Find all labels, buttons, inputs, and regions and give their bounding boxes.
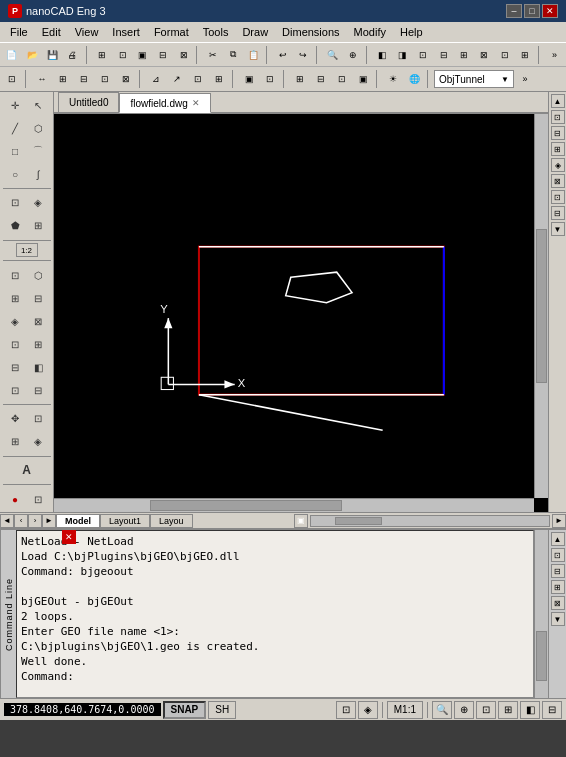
tb2-btn-6[interactable]: ⊠ xyxy=(116,69,136,89)
lt-btn-20[interactable]: ⊞ xyxy=(27,333,49,355)
tb-btn-7[interactable]: ▣ xyxy=(133,45,152,65)
status-icon-1[interactable]: ⊡ xyxy=(336,701,356,719)
scroll-right-btn[interactable]: ► xyxy=(42,514,56,528)
tb-btn-22[interactable]: ⊠ xyxy=(475,45,494,65)
tb-btn-24[interactable]: ⊞ xyxy=(515,45,534,65)
tb2-btn-11[interactable]: ▣ xyxy=(239,69,259,89)
lt-btn-14[interactable]: ⬡ xyxy=(27,264,49,286)
tb-btn-20[interactable]: ⊟ xyxy=(434,45,453,65)
layout1-tab[interactable]: Layout1 xyxy=(100,514,150,528)
rmb-btn-2[interactable]: ⊡ xyxy=(551,110,565,124)
cmd-rmb-1[interactable]: ▲ xyxy=(551,532,565,546)
lt-btn-15[interactable]: ⊞ xyxy=(4,287,26,309)
status-icon-5[interactable]: ◧ xyxy=(520,701,540,719)
menu-dimensions[interactable]: Dimensions xyxy=(276,24,345,40)
lt-btn-12[interactable]: ⊞ xyxy=(27,215,49,237)
paste-button[interactable]: 📋 xyxy=(244,45,263,65)
h-scroll-thumb-2[interactable] xyxy=(335,517,383,525)
tb2-btn-4[interactable]: ⊟ xyxy=(74,69,94,89)
menu-tools[interactable]: Tools xyxy=(197,24,235,40)
lt-btn-9[interactable]: ⊡ xyxy=(4,192,26,214)
lt-btn-24[interactable]: ⊟ xyxy=(27,379,49,401)
command-close-btn[interactable]: ✕ xyxy=(62,530,76,544)
maximize-button[interactable]: □ xyxy=(524,4,540,18)
cmd-scroll-thumb[interactable] xyxy=(536,631,547,681)
save-button[interactable]: 💾 xyxy=(43,45,62,65)
tb-btn-8[interactable]: ⊟ xyxy=(154,45,173,65)
cut-button[interactable]: ✂ xyxy=(203,45,222,65)
canvas-scrollbar-h[interactable] xyxy=(54,498,534,512)
menu-help[interactable]: Help xyxy=(394,24,429,40)
model-tab[interactable]: Model xyxy=(56,514,100,528)
lt-btn-16[interactable]: ⊟ xyxy=(27,287,49,309)
menu-format[interactable]: Format xyxy=(148,24,195,40)
lt-btn-13[interactable]: ⊡ xyxy=(4,264,26,286)
lt-btn-31[interactable]: ⊡ xyxy=(27,488,49,510)
tb2-btn-5[interactable]: ⊡ xyxy=(95,69,115,89)
lt-btn-26[interactable]: ⊡ xyxy=(27,408,49,430)
menu-insert[interactable]: Insert xyxy=(106,24,146,40)
tb2-btn-3[interactable]: ⊞ xyxy=(53,69,73,89)
menu-modify[interactable]: Modify xyxy=(348,24,392,40)
v-scroll-thumb[interactable] xyxy=(536,229,547,383)
tb-btn-5[interactable]: ⊞ xyxy=(92,45,111,65)
zoom-in-icon[interactable]: ⊕ xyxy=(454,701,474,719)
tab-flowfield[interactable]: flowfield.dwg ✕ xyxy=(119,93,210,113)
tb2-btn-7[interactable]: ⊿ xyxy=(146,69,166,89)
text-icon[interactable]: A xyxy=(16,459,38,481)
tb-btn-9[interactable]: ⊠ xyxy=(174,45,193,65)
tb-btn-17[interactable]: ◧ xyxy=(373,45,392,65)
command-scrollbar[interactable] xyxy=(534,530,548,698)
cmd-rmb-4[interactable]: ⊞ xyxy=(551,580,565,594)
draw-circle-icon[interactable]: ○ xyxy=(4,163,26,185)
tb-btn-18[interactable]: ◨ xyxy=(393,45,412,65)
tb-btn-15[interactable]: 🔍 xyxy=(323,45,342,65)
tb-btn-13[interactable]: ↩ xyxy=(273,45,292,65)
tb-btn-23[interactable]: ⊡ xyxy=(495,45,514,65)
tb2-btn-2[interactable]: ↔ xyxy=(32,69,52,89)
scroll-next-btn[interactable]: › xyxy=(28,514,42,528)
rmb-btn-3[interactable]: ⊟ xyxy=(551,126,565,140)
rmb-btn-4[interactable]: ⊞ xyxy=(551,142,565,156)
rmb-btn-6[interactable]: ⊠ xyxy=(551,174,565,188)
canvas-scrollbar-v[interactable] xyxy=(534,114,548,498)
cmd-rmb-6[interactable]: ▼ xyxy=(551,612,565,626)
tb2-btn-end[interactable]: » xyxy=(515,69,535,89)
zoom-out-icon[interactable]: 🔍 xyxy=(432,701,452,719)
menu-view[interactable]: View xyxy=(69,24,105,40)
lt-btn-17[interactable]: ◈ xyxy=(4,310,26,332)
scroll-left-btn[interactable]: ◄ xyxy=(0,514,14,528)
tab-untitled[interactable]: Untitled0 xyxy=(58,92,119,112)
lt-btn-10[interactable]: ◈ xyxy=(27,192,49,214)
tb2-btn-9[interactable]: ⊡ xyxy=(188,69,208,89)
cmd-rmb-5[interactable]: ⊠ xyxy=(551,596,565,610)
tb2-btn-18[interactable]: 🌐 xyxy=(404,69,424,89)
lt-btn-21[interactable]: ⊟ xyxy=(4,356,26,378)
tb2-btn-1[interactable]: ⊡ xyxy=(2,69,22,89)
lt-btn-11[interactable]: ⬟ xyxy=(4,215,26,237)
layer-dropdown[interactable]: ObjTunnel ▼ xyxy=(434,70,514,88)
tb-btn-19[interactable]: ⊡ xyxy=(413,45,432,65)
lt-btn-19[interactable]: ⊡ xyxy=(4,333,26,355)
lt-btn-28[interactable]: ◈ xyxy=(27,431,49,453)
menu-file[interactable]: File xyxy=(4,24,34,40)
layout2-tab[interactable]: Layou xyxy=(150,514,193,528)
tab-end-btn[interactable]: ▣ xyxy=(294,514,308,528)
draw-arc-icon[interactable]: ⌒ xyxy=(27,140,49,162)
tb2-btn-13[interactable]: ⊞ xyxy=(290,69,310,89)
draw-poly-icon[interactable]: ⬡ xyxy=(27,117,49,139)
status-icon-4[interactable]: ⊞ xyxy=(498,701,518,719)
scale-display[interactable]: M1:1 xyxy=(387,701,423,719)
crosshair-icon[interactable]: ✛ xyxy=(4,94,26,116)
menu-edit[interactable]: Edit xyxy=(36,24,67,40)
new-button[interactable]: 📄 xyxy=(2,45,21,65)
rmb-btn-9[interactable]: ▼ xyxy=(551,222,565,236)
rmb-btn-5[interactable]: ◈ xyxy=(551,158,565,172)
command-text-area[interactable]: NetLoad - NetLoad Load C:\bjPlugins\bjGE… xyxy=(16,530,534,698)
status-icon-3[interactable]: ⊡ xyxy=(476,701,496,719)
open-button[interactable]: 📂 xyxy=(22,45,41,65)
tb2-btn-8[interactable]: ↗ xyxy=(167,69,187,89)
tb2-btn-12[interactable]: ⊡ xyxy=(260,69,280,89)
scroll-end-btn[interactable]: ► xyxy=(552,514,566,528)
status-icon-6[interactable]: ⊟ xyxy=(542,701,562,719)
